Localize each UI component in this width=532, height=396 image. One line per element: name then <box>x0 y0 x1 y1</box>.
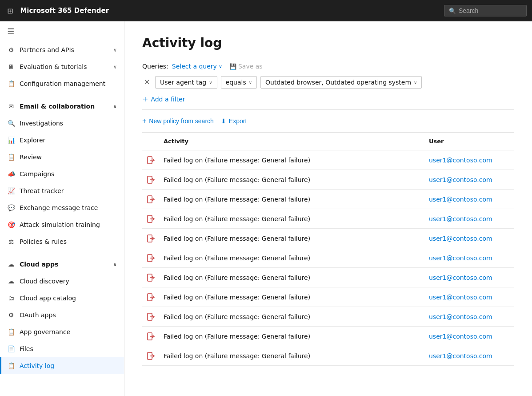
user-cell[interactable]: user1@contoso.com <box>425 212 514 226</box>
user-cell[interactable]: user1@contoso.com <box>425 153 514 167</box>
filter-operator-dropdown[interactable]: equals ∨ <box>221 76 257 89</box>
table-row[interactable]: Failed log on (Failure message: General … <box>142 268 514 287</box>
sidebar-item-configuration-management[interactable]: 📋 Configuration management <box>0 75 124 92</box>
sidebar-item-cloud-apps[interactable]: ☁ Cloud apps ∧ <box>0 256 124 273</box>
sidebar-item-review[interactable]: 📋 Review <box>0 149 124 166</box>
activity-cell: Failed log on (Failure message: General … <box>160 192 425 206</box>
user-cell[interactable]: user1@contoso.com <box>425 310 514 324</box>
filter-row: ✕ User agent tag ∨ equals ∨ Outdated bro… <box>142 76 514 89</box>
filter-field-dropdown[interactable]: User agent tag ∨ <box>155 76 217 89</box>
user-cell[interactable]: user1@contoso.com <box>425 231 514 246</box>
sidebar-item-explorer[interactable]: 📊 Explorer <box>0 132 124 149</box>
table-row[interactable]: Failed log on (Failure message: General … <box>142 346 514 366</box>
evaluation-icon: 🖥 <box>7 63 15 71</box>
attack-sim-icon: 🎯 <box>7 221 15 229</box>
activity-row-icon <box>142 172 160 187</box>
table-row[interactable]: Failed log on (Failure message: General … <box>142 209 514 229</box>
user-cell[interactable]: user1@contoso.com <box>425 290 514 304</box>
grid-icon[interactable]: ⊞ <box>5 5 15 17</box>
topbar: ⊞ Microsoft 365 Defender 🔍 <box>0 0 532 21</box>
table-row[interactable]: Failed log on (Failure message: General … <box>142 307 514 327</box>
save-as-button[interactable]: 💾 Save as <box>229 63 263 70</box>
chevron-down-icon: ∨ <box>113 47 117 53</box>
filter-operator-label: equals <box>226 79 246 86</box>
table-body: Failed log on (Failure message: General … <box>142 150 514 366</box>
filter-clear-button[interactable]: ✕ <box>142 77 152 88</box>
sidebar-item-files[interactable]: 📄 Files <box>0 340 124 357</box>
user-cell[interactable]: user1@contoso.com <box>425 349 514 363</box>
user-cell[interactable]: user1@contoso.com <box>425 192 514 206</box>
activity-row-icon <box>142 309 160 324</box>
filter-value-dropdown[interactable]: Outdated browser, Outdated operating sys… <box>260 76 422 89</box>
cloud-discovery-icon: ☁ <box>7 277 15 285</box>
plus-icon: + <box>142 95 148 103</box>
sidebar-item-threat-tracker[interactable]: 📈 Threat tracker <box>0 182 124 199</box>
sidebar: ☰ ⚙ Partners and APIs ∨ 🖥 Evaluation & t… <box>0 21 124 396</box>
activity-cell: Failed log on (Failure message: General … <box>160 251 425 265</box>
chevron-down-icon: ∨ <box>414 80 417 85</box>
add-filter-button[interactable]: + Add a filter <box>142 95 514 103</box>
activity-cell: Failed log on (Failure message: General … <box>160 310 425 324</box>
user-cell[interactable]: user1@contoso.com <box>425 173 514 187</box>
user-cell[interactable]: user1@contoso.com <box>425 329 514 343</box>
chevron-down-icon: ∨ <box>249 80 252 85</box>
sidebar-item-investigations[interactable]: 🔍 Investigations <box>0 115 124 132</box>
sidebar-item-activity-log[interactable]: 📋 Activity log <box>0 357 124 374</box>
chevron-down-icon: ∨ <box>209 80 212 85</box>
activity-cell: Failed log on (Failure message: General … <box>160 212 425 226</box>
activity-row-icon <box>142 231 160 246</box>
column-header-activity: Activity <box>160 136 425 146</box>
partners-apis-icon: ⚙ <box>7 46 15 54</box>
new-policy-button[interactable]: + New policy from search <box>142 115 214 127</box>
sidebar-item-exchange-message-trace[interactable]: 💬 Exchange message trace <box>0 199 124 216</box>
activity-row-icon <box>142 192 160 207</box>
column-header-icon <box>142 136 160 146</box>
user-cell[interactable]: user1@contoso.com <box>425 251 514 265</box>
exchange-icon: 💬 <box>7 204 15 212</box>
table-row[interactable]: Failed log on (Failure message: General … <box>142 248 514 268</box>
sidebar-item-email-collaboration[interactable]: ✉ Email & collaboration ∧ <box>0 98 124 115</box>
table-row[interactable]: Failed log on (Failure message: General … <box>142 327 514 346</box>
select-query-dropdown[interactable]: Select a query ∨ <box>172 63 222 70</box>
select-query-label: Select a query <box>172 63 217 70</box>
cloud-catalog-icon: 🗂 <box>7 294 15 302</box>
explorer-icon: 📊 <box>7 136 15 144</box>
activity-row-icon <box>142 153 160 168</box>
sidebar-item-partners-apis[interactable]: ⚙ Partners and APIs ∨ <box>0 41 124 58</box>
activity-row-icon <box>142 251 160 266</box>
chevron-down-icon: ∨ <box>113 64 117 70</box>
sidebar-item-app-governance[interactable]: 📋 App governance <box>0 323 124 340</box>
sidebar-item-attack-simulation-training[interactable]: 🎯 Attack simulation training <box>0 216 124 233</box>
sidebar-item-oauth-apps[interactable]: ⚙ OAuth apps <box>0 307 124 323</box>
sidebar-item-evaluation-tutorials[interactable]: 🖥 Evaluation & tutorials ∨ <box>0 58 124 75</box>
chevron-up-icon: ∧ <box>113 262 117 267</box>
sidebar-item-cloud-discovery[interactable]: ☁ Cloud discovery <box>0 273 124 290</box>
activity-cell: Failed log on (Failure message: General … <box>160 173 425 187</box>
column-header-user: User <box>425 136 514 146</box>
activity-cell: Failed log on (Failure message: General … <box>160 271 425 285</box>
sidebar-item-cloud-app-catalog[interactable]: 🗂 Cloud app catalog <box>0 290 124 307</box>
user-cell[interactable]: user1@contoso.com <box>425 271 514 285</box>
activity-cell: Failed log on (Failure message: General … <box>160 349 425 363</box>
table-row[interactable]: Failed log on (Failure message: General … <box>142 287 514 307</box>
activity-row-icon <box>142 329 160 344</box>
table-row[interactable]: Failed log on (Failure message: General … <box>142 190 514 209</box>
activity-table: Activity User Failed log on (Failure mes… <box>142 133 514 366</box>
activity-cell: Failed log on (Failure message: General … <box>160 153 425 167</box>
sidebar-item-policies-rules[interactable]: ⚖ Policies & rules <box>0 233 124 250</box>
policies-icon: ⚖ <box>7 238 15 246</box>
app-title: Microsoft 365 Defender <box>20 7 439 15</box>
export-button[interactable]: ⬇ Export <box>221 116 247 126</box>
sidebar-toggle[interactable]: ☰ <box>0 21 124 41</box>
search-box[interactable]: 🔍 <box>444 5 527 16</box>
queries-row: Queries: Select a query ∨ 💾 Save as <box>142 63 514 70</box>
sidebar-item-campaigns[interactable]: 📣 Campaigns <box>0 166 124 182</box>
activity-log-icon: 📋 <box>7 362 15 370</box>
search-input[interactable] <box>459 7 522 14</box>
config-icon: 📋 <box>7 80 15 88</box>
add-filter-label: Add a filter <box>151 96 185 103</box>
table-row[interactable]: Failed log on (Failure message: General … <box>142 150 514 170</box>
table-row[interactable]: Failed log on (Failure message: General … <box>142 229 514 248</box>
table-row[interactable]: Failed log on (Failure message: General … <box>142 170 514 190</box>
table-header: Activity User <box>142 133 514 150</box>
